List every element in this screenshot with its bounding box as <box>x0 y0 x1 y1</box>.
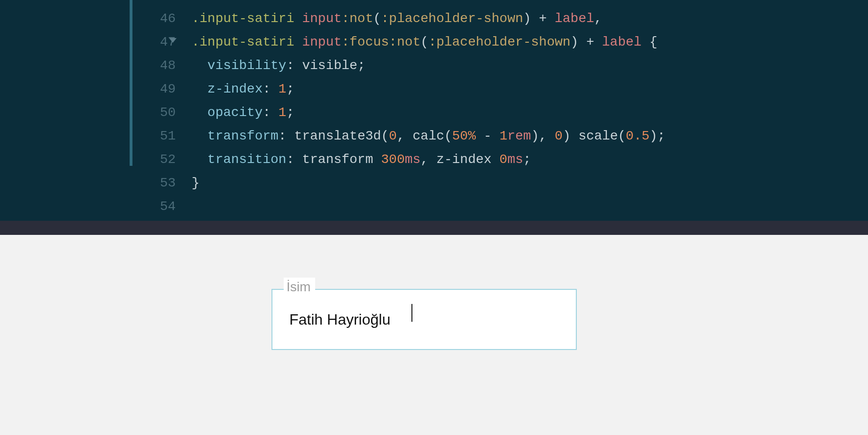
code-line[interactable]: transition: transform 300ms, z-index 0ms… <box>192 148 868 171</box>
input-satiri: İsim <box>271 289 577 350</box>
code-line[interactable] <box>192 195 868 218</box>
line-number: 47 <box>0 31 176 54</box>
code-line[interactable]: visibility: visible; <box>192 54 868 78</box>
floating-label: İsim <box>284 278 315 296</box>
line-number: 51 <box>0 124 176 148</box>
line-number: 48 <box>0 54 176 78</box>
code-editor[interactable]: 45464748495051525354 .input-satiri input… <box>0 0 868 221</box>
code-content[interactable]: .input-satiri input:not(:placeholder-sho… <box>192 0 868 218</box>
line-number: 52 <box>0 148 176 171</box>
code-line[interactable]: } <box>192 171 868 195</box>
fold-chevron-icon[interactable] <box>169 38 177 43</box>
code-line[interactable]: opacity: 1; <box>192 101 868 124</box>
line-number: 45 <box>0 0 176 7</box>
code-line[interactable]: .input-satiri input:focus:not(:placehold… <box>192 31 868 54</box>
pane-divider[interactable] <box>0 221 868 235</box>
line-number: 46 <box>0 7 176 31</box>
line-number: 54 <box>0 195 176 218</box>
code-line[interactable]: z-index: 1; <box>192 78 868 101</box>
code-line[interactable]: .input-satiri input:not(:placeholder-sho… <box>192 7 868 31</box>
line-number: 49 <box>0 78 176 101</box>
text-caret <box>411 304 412 322</box>
name-input[interactable] <box>271 289 577 350</box>
line-number-gutter: 45464748495051525354 <box>0 0 184 218</box>
result-preview-pane: İsim <box>0 235 868 435</box>
code-line[interactable] <box>192 0 868 7</box>
line-number: 53 <box>0 171 176 195</box>
line-number: 50 <box>0 101 176 124</box>
code-line[interactable]: transform: translate3d(0, calc(50% - 1re… <box>192 124 868 148</box>
